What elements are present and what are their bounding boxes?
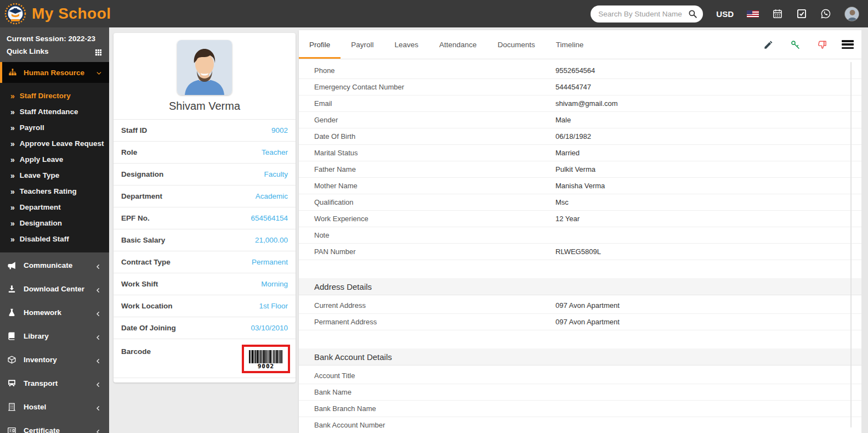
row-label: Bank Name — [314, 388, 555, 396]
profile-row: Permanent Address 097 Avon Apartment — [299, 314, 861, 330]
row-value[interactable]: 21,000.00 — [255, 236, 288, 244]
thumbs-down-icon[interactable] — [817, 40, 827, 50]
logo-area[interactable]: My School — [0, 3, 154, 25]
chevron-left-icon — [95, 404, 101, 410]
profile-row: Bank Name — [299, 384, 861, 401]
row-value[interactable]: Permanent — [252, 258, 288, 266]
calendar-icon[interactable] — [772, 8, 783, 19]
chevron-down-icon — [95, 69, 103, 76]
tab[interactable]: Documents — [487, 30, 545, 59]
submenu-item[interactable]: » Department — [0, 199, 109, 215]
whatsapp-icon[interactable] — [820, 8, 831, 19]
sidebar-item[interactable]: Homework — [0, 301, 109, 324]
tab[interactable]: Leaves — [384, 30, 429, 59]
submenu-item[interactable]: » Payroll — [0, 120, 109, 136]
row-value: Msc — [555, 198, 569, 206]
row-label: Date Of Birth — [314, 132, 555, 140]
current-session-label: Current Session: 2022-23 — [7, 32, 103, 45]
tab[interactable]: Attendance — [429, 30, 487, 59]
row-value: Pulkit Verma — [555, 165, 595, 173]
submenu-item-label: Staff Attendance — [20, 108, 78, 116]
row-label: Gender — [314, 116, 555, 124]
row-value: Manisha Verma — [555, 182, 605, 190]
tab-label: Documents — [497, 41, 535, 49]
submenu-item-label: Teachers Rating — [20, 187, 77, 195]
submenu-item[interactable]: » Staff Attendance — [0, 104, 109, 120]
tab[interactable]: Profile — [299, 30, 341, 59]
submenu-item[interactable]: » Teachers Rating — [0, 183, 109, 199]
header-icon-group — [772, 8, 831, 19]
hamburger-menu-icon[interactable] — [842, 40, 854, 49]
submenu-item[interactable]: » Disabled Staff — [0, 231, 109, 247]
profile-row: Phone 9552654564 — [299, 63, 861, 79]
row-label: PAN Number — [314, 248, 555, 256]
row-label: Contract Type — [121, 258, 171, 266]
sidebar-item[interactable]: Library — [0, 324, 109, 348]
row-label: Father Name — [314, 165, 555, 173]
profile-row: Work Experience 12 Year — [299, 211, 861, 227]
tab[interactable]: Timeline — [546, 30, 594, 59]
row-label: Marital Status — [314, 149, 555, 157]
row-label: Mother Name — [314, 182, 555, 190]
submenu-item[interactable]: » Designation — [0, 215, 109, 231]
row-value[interactable]: Faculty — [264, 170, 288, 178]
row-label: Work Shift — [121, 280, 158, 288]
page-scrollbar-track[interactable] — [861, 27, 868, 433]
submenu-item[interactable]: » Approve Leave Request — [0, 136, 109, 151]
us-flag-icon[interactable] — [747, 10, 759, 18]
hr-submenu: » Staff Directory » Staff Attendance » P… — [0, 83, 109, 252]
row-value[interactable]: Morning — [261, 280, 288, 288]
currency-label[interactable]: USD — [716, 9, 734, 19]
pencil-icon[interactable] — [763, 40, 774, 50]
user-avatar[interactable] — [844, 7, 859, 21]
search-icon[interactable] — [688, 9, 697, 19]
sidebar-item[interactable]: Download Center — [0, 277, 109, 301]
row-value[interactable]: 1st Floor — [259, 302, 288, 310]
key-icon[interactable] — [790, 40, 801, 50]
avatar-photo — [845, 7, 859, 21]
tasks-icon[interactable] — [796, 8, 807, 19]
staff-card-row: Department Academic — [114, 185, 296, 207]
tab[interactable]: Payroll — [341, 30, 384, 59]
bank-rows: Account Title Bank Name Bank Branch Name… — [299, 368, 861, 433]
double-chevron-icon: » — [10, 108, 15, 116]
box-icon — [7, 355, 16, 364]
profile-rows: Phone 9552654564 Emergency Contact Numbe… — [299, 63, 861, 260]
tab-label: Timeline — [556, 41, 584, 49]
row-label: Staff ID — [121, 126, 147, 134]
menu-label: Homework — [24, 308, 61, 317]
row-value[interactable]: Teacher — [262, 148, 288, 156]
header-actions: USD — [591, 5, 868, 23]
chevron-left-icon — [95, 333, 101, 340]
staff-card-row: Staff ID 9002 — [114, 119, 296, 141]
row-value[interactable]: Academic — [256, 192, 288, 200]
row-value[interactable]: 03/10/2010 — [251, 324, 288, 332]
main-content: Shivam Verma Staff ID 9002 Role Teacher … — [109, 27, 868, 433]
tab-label: Leaves — [395, 41, 419, 49]
barcode-annotation-box: 9002 — [242, 345, 290, 373]
sidebar-item[interactable]: Hostel — [0, 395, 109, 419]
menu-label: Hostel — [24, 403, 46, 411]
submenu-item[interactable]: » Staff Directory — [0, 88, 109, 104]
sidebar-item[interactable]: Communicate — [0, 254, 109, 277]
submenu-item[interactable]: » Apply Leave — [0, 151, 109, 167]
profile-row: Qualification Msc — [299, 194, 861, 211]
profile-row: Date Of Birth 06/18/1982 — [299, 128, 861, 145]
sidebar-item-human-resource[interactable]: Human Resource — [0, 62, 109, 83]
quick-links[interactable]: Quick Links — [7, 45, 103, 58]
grid-icon[interactable] — [94, 47, 103, 55]
staff-card-row: Contract Type Permanent — [114, 251, 296, 273]
menu-label: Human Resource — [24, 69, 84, 77]
submenu-item-label: Approve Leave Request — [20, 139, 104, 148]
sidebar-item[interactable]: Inventory — [0, 348, 109, 372]
row-value[interactable]: 654564154 — [251, 214, 288, 222]
address-details-section: Address Details Current Address 097 Avon… — [299, 278, 861, 330]
sidebar: Current Session: 2022-23 Quick Links Hum… — [0, 27, 109, 433]
panel-scrollbar[interactable] — [850, 62, 852, 428]
sidebar-item[interactable]: Transport — [0, 372, 109, 395]
row-value[interactable]: 9002 — [271, 126, 288, 134]
search-input[interactable] — [598, 10, 688, 18]
profile-row: Marital Status Married — [299, 145, 861, 161]
sidebar-item[interactable]: Certificate — [0, 419, 109, 433]
submenu-item[interactable]: » Leave Type — [0, 167, 109, 183]
